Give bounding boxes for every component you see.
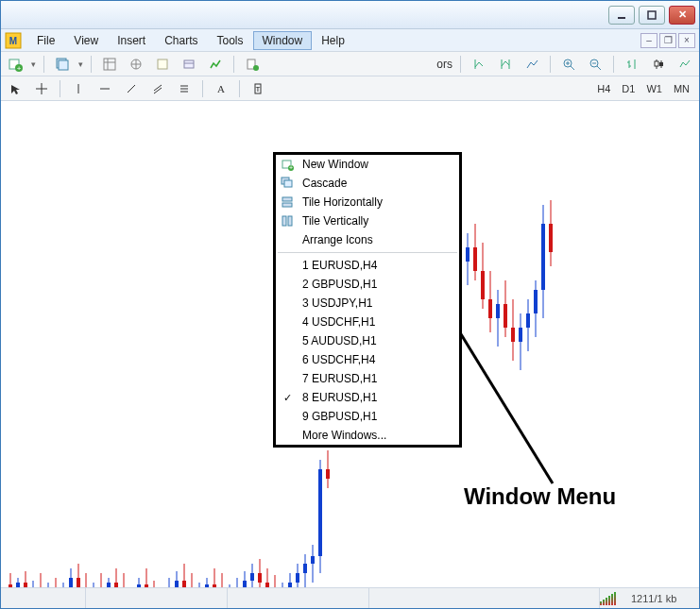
svg-marker-38 [11,85,20,94]
menu-view[interactable]: View [64,31,108,50]
maximize-button[interactable] [639,6,665,25]
timeframe-h4[interactable]: H4 [591,81,616,96]
menu-item-arrange-icons[interactable]: Arrange Icons [276,230,459,249]
market-watch-button[interactable] [99,55,120,74]
menu-charts[interactable]: Charts [155,31,207,50]
text-label-button[interactable]: T [248,79,268,98]
candle-chart-button[interactable] [648,55,669,74]
svg-text:+: + [17,64,22,72]
menu-divider [278,252,457,253]
terminal-button[interactable] [179,55,199,74]
timeframe-w1[interactable]: W1 [640,81,668,96]
menu-help[interactable]: Help [312,31,354,50]
tile-vertically-icon [280,213,295,228]
svg-rect-142 [466,247,470,262]
window-menu-dropdown: +New WindowCascadeTile HorizontallyTile … [273,152,462,448]
svg-rect-96 [175,581,179,587]
new-window-icon: + [280,157,295,172]
menu-item-cascade[interactable]: Cascade [276,174,459,193]
trendline-button[interactable] [121,79,142,98]
zoom-in-button[interactable] [558,55,579,74]
annotation-label: Window Menu [464,483,616,510]
svg-rect-114 [243,581,247,587]
menu-insert[interactable]: Insert [108,31,155,50]
timeframe-mn[interactable]: MN [668,81,695,96]
zoom-out-button[interactable] [585,55,606,74]
indicator1-button[interactable] [469,55,489,74]
window-item-7[interactable]: 8 EURUSD,H1 [276,388,459,407]
svg-line-24 [571,66,574,70]
svg-rect-9 [104,59,115,70]
svg-rect-136 [326,469,330,479]
mdi-restore-button[interactable]: ❐ [659,33,676,48]
line-chart-button[interactable] [674,55,695,74]
svg-rect-70 [77,578,80,587]
window-item-8[interactable]: 9 GBPUSD,H1 [276,407,459,426]
app-window: ✕ M FileViewInsertChartsToolsWindowHelp … [0,0,700,609]
svg-rect-37 [659,62,663,66]
minimize-button[interactable] [608,6,635,25]
svg-rect-1 [648,11,656,19]
window-item-6[interactable]: 7 EURUSD,H1 [276,369,459,388]
svg-rect-86 [137,584,141,587]
crosshair-button[interactable] [31,79,52,98]
cursor-button[interactable] [5,79,26,98]
svg-rect-130 [303,564,307,573]
bar-chart-button[interactable] [622,55,642,74]
app-logo-icon: M [5,32,22,49]
channel-button[interactable] [147,79,168,98]
svg-rect-164 [549,224,553,252]
strategy-tester-button[interactable] [205,55,226,74]
indicator2-button[interactable] [495,55,516,74]
svg-text:T: T [256,85,261,93]
horizontal-line-button[interactable] [94,79,115,98]
svg-rect-126 [288,583,292,587]
data-window-button[interactable] [152,55,173,74]
window-item-2[interactable]: 3 USDJPY,H1 [276,294,459,313]
svg-rect-134 [318,469,322,556]
svg-text:M: M [9,36,17,46]
mdi-controls: – ❐ × [640,33,695,48]
profiles-button[interactable] [52,55,73,74]
close-button[interactable]: ✕ [669,6,695,25]
mdi-close-button[interactable]: × [678,33,695,48]
fibonacci-button[interactable] [174,79,195,98]
periodicity-button[interactable] [521,55,542,74]
chart-area[interactable]: +New WindowCascadeTile HorizontallyTile … [1,101,699,587]
navigator-button[interactable] [126,55,146,74]
svg-rect-173 [288,216,292,226]
titlebar: ✕ [1,1,699,29]
svg-rect-35 [655,61,658,66]
menu-item-tile-horizontally[interactable]: Tile Horizontally [276,193,459,211]
svg-rect-132 [311,556,315,564]
toolbar-main: + ▾ ▾ ors [1,52,699,76]
connection-bars-icon [600,592,616,605]
svg-rect-144 [473,247,477,271]
window-item-3[interactable]: 4 USDCHF,H1 [276,313,459,331]
svg-rect-172 [282,216,286,226]
svg-rect-8 [59,60,68,70]
timeframe-d1[interactable]: D1 [616,81,640,96]
menu-item-tile-vertically[interactable]: Tile Vertically [276,211,459,230]
window-item-0[interactable]: 1 EURUSD,H4 [276,256,459,275]
text-button[interactable]: A [211,79,231,98]
vertical-line-button[interactable] [68,79,89,98]
new-order-button[interactable] [242,55,263,74]
toolbar-objects: A T H4D1W1MN [1,76,699,101]
menu-item-new-window[interactable]: +New Window [276,155,459,174]
menu-window[interactable]: Window [253,31,313,50]
svg-rect-54 [16,583,20,587]
menu-tools[interactable]: Tools [208,31,253,50]
menu-file[interactable]: File [27,31,64,50]
statusbar: 1211/1 kb [1,587,699,608]
window-item-5[interactable]: 6 USDCHF,H4 [276,350,459,369]
mdi-minimize-button[interactable]: – [640,33,657,48]
window-item-4[interactable]: 5 AUDUSD,H1 [276,331,459,350]
window-item-1[interactable]: 2 GBPUSD,H1 [276,275,459,294]
svg-rect-16 [184,60,194,68]
svg-rect-56 [24,583,27,587]
svg-line-43 [128,85,135,93]
new-chart-button[interactable]: + [5,55,26,74]
status-rate: 1211/1 kb [623,588,699,608]
menu-item-more-windows[interactable]: More Windows... [276,426,459,445]
